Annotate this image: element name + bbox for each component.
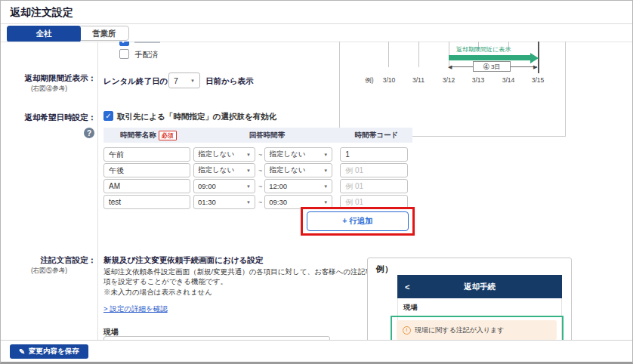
col-header-range: 回答時間帯 [193, 131, 341, 140]
timeline-date: 3/15 [526, 76, 549, 84]
note-body-line3: ※未入力の場合は表示されません [103, 288, 212, 298]
deadline-days-value: 7 [174, 76, 178, 85]
help-icon[interactable]: ? [84, 128, 94, 138]
checkbox-unchecked-icon [119, 49, 129, 59]
timeline-date: 3/14 [497, 76, 520, 84]
time-from-select[interactable]: 指定しない ▼ [193, 147, 255, 162]
clipped-label [134, 42, 160, 43]
mobile-header: < 返却手続 [397, 275, 562, 298]
note-section-sublabel: (右図⑤参考) [2, 267, 96, 276]
time-to-value: 指定しない [269, 165, 305, 175]
tilde-separator: ~ [258, 199, 262, 206]
time-from-value: 指定しない [198, 150, 234, 159]
mobile-header-title: 返却手続 [464, 282, 496, 292]
save-button-label: 変更内容を保存 [29, 347, 79, 356]
chevron-down-icon: ▼ [246, 200, 251, 205]
chevron-down-icon: ▼ [323, 200, 328, 205]
time-to-select[interactable]: 指定しない ▼ [264, 147, 332, 162]
notice-box: i 現場に関する注記が入ります [397, 320, 557, 340]
mobile-field-label: 現場 [403, 303, 418, 313]
table-row: 指定しない ▼ ~ 指定しない ▼ [103, 147, 408, 162]
footer-bar [1, 340, 633, 362]
clipped-checkbox[interactable]: ✓ [119, 42, 129, 46]
timeline-arrow-label: 返却期限間近に表示 [456, 45, 511, 54]
time-to-select[interactable]: 指定しない ▼ [264, 163, 332, 177]
time-from-value: 01:30 [198, 198, 216, 206]
note-body-line2: 項を設定することができる機能です。 [103, 277, 227, 287]
note-heading: 新規及び注文変更依頼手続画面における設定 [103, 255, 263, 266]
title-divider [1, 23, 633, 24]
chevron-down-icon: ▼ [190, 79, 195, 83]
checkbox-checked-icon: ✓ [119, 42, 129, 46]
time-from-select[interactable]: 指定しない ▼ [193, 163, 255, 177]
checkbox-tehaizumi-label: 手配済 [134, 50, 159, 60]
settings-detail-link[interactable]: > 設定の詳細を確認 [103, 304, 168, 314]
time-from-value: 指定しない [198, 165, 234, 175]
datetime-section-label: 返却希望日時設定： [2, 113, 96, 123]
timeline-tick [418, 42, 419, 67]
notice-text: 現場に関する注記が入ります [415, 325, 504, 335]
tilde-separator: ~ [258, 183, 262, 190]
deadline-section-label: 返却期限間近表示： [2, 73, 96, 84]
back-chevron-icon: < [405, 282, 409, 292]
time-to-value: 09:30 [269, 198, 287, 206]
table-row: 09:00 ▼ ~ 12:00 ▼ [103, 179, 408, 193]
timeline-tick [388, 42, 389, 67]
time-from-select[interactable]: 01:30 ▼ [193, 195, 255, 209]
table-row: 指定しない ▼ ~ 指定しない ▼ [103, 163, 408, 177]
time-from-value: 09:00 [198, 182, 216, 190]
range-arrow-right: ▶ [533, 64, 537, 69]
deadline-days-select[interactable]: 7 ▼ [168, 72, 200, 88]
timeline-date: 3/12 [437, 76, 460, 84]
deadline-prefix-text: レンタル終了日の [103, 76, 168, 87]
deadline-suffix-text: 日前から表示 [205, 76, 254, 87]
timeslot-code-input[interactable] [340, 179, 408, 193]
timeslot-name-input[interactable] [103, 179, 190, 193]
example-title: 例） [376, 264, 393, 275]
add-row-button[interactable]: + 行追加 [307, 211, 409, 231]
chevron-down-icon: ▼ [246, 153, 251, 157]
return-order-settings-window: 返却注文設定 全社 営業所 ✓ 手配済 返却期限間近表示： (右図④参考) レン… [0, 0, 633, 364]
tab-office[interactable]: 営業所 [80, 26, 128, 42]
checkbox-tehaizumi[interactable] [119, 49, 129, 59]
chevron-down-icon: ▼ [323, 168, 328, 173]
scope-tabs: 全社 営業所 [7, 26, 129, 41]
timeline-example-box: 返却期限間近に表示 ◀ ▶ ④ 3日 例) 3/10 3/11 3/12 3/1… [339, 42, 566, 137]
range-days-badge: ④ 3日 [473, 61, 511, 72]
timeline-date: 3/10 [378, 76, 400, 84]
tilde-separator: ~ [258, 151, 262, 159]
time-designation-checkbox[interactable]: ✓ [103, 111, 113, 121]
note-body-line1: 返却注文依頼条件設定画面（新規/変更共通）の各項目に対して、お客様への注記事 [103, 267, 372, 277]
timeline-date: 3/11 [407, 76, 430, 84]
chevron-down-icon: ▼ [246, 184, 251, 189]
range-arrow-left: ◀ [448, 64, 452, 69]
save-button[interactable]: ✎ 変更内容を保存 [10, 344, 88, 359]
note-section-label: 注記文言設定： [2, 255, 96, 266]
timeslot-name-input[interactable] [103, 195, 190, 209]
timeline-date: 3/13 [467, 76, 489, 84]
green-arrow [449, 55, 530, 60]
chevron-down-icon: ▼ [323, 184, 328, 189]
time-designation-checkbox-label: 取引先による「時間指定」の選択肢を有効化 [117, 112, 276, 122]
page-title: 返却注文設定 [10, 6, 73, 20]
label-column-divider [97, 42, 98, 340]
tab-company[interactable]: 全社 [7, 26, 81, 42]
time-from-select[interactable]: 09:00 ▼ [193, 179, 255, 193]
col-header-code: 時間帯コード [341, 131, 412, 140]
timeslot-code-input[interactable] [340, 163, 408, 177]
col-header-name-text: 時間帯名称 [120, 131, 156, 140]
info-icon: i [403, 326, 411, 335]
time-to-select[interactable]: 12:00 ▼ [264, 179, 332, 193]
chevron-down-icon: ▼ [323, 153, 328, 157]
chevron-down-icon: ▼ [246, 168, 251, 173]
timeslot-code-input[interactable] [340, 147, 408, 162]
time-to-value: 指定しない [269, 150, 305, 159]
timeslot-name-input[interactable] [103, 147, 190, 162]
col-header-name: 時間帯名称 必須 [103, 131, 193, 140]
timeslot-table-header: 時間帯名称 必須 回答時間帯 時間帯コード [103, 128, 412, 143]
settings-scroll-area[interactable]: ✓ 手配済 返却期限間近表示： (右図④参考) レンタル終了日の 7 ▼ 日前か… [1, 42, 633, 340]
timeslot-name-input[interactable] [103, 163, 190, 177]
green-arrow-head [530, 53, 539, 63]
timeline-tick [449, 42, 449, 67]
required-badge: 必須 [159, 131, 177, 140]
